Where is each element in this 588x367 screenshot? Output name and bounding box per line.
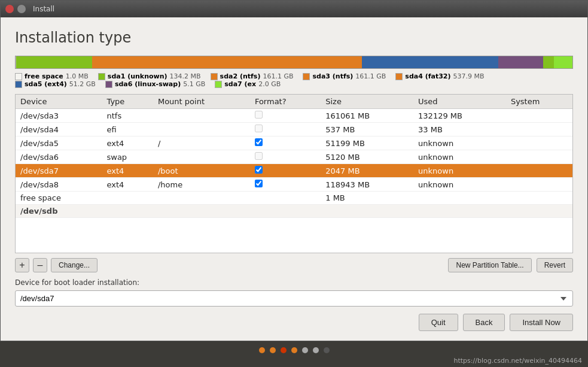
legend-name-sda4: sda4 (fat32): [405, 72, 450, 80]
format-cell[interactable]: [250, 137, 321, 150]
add-partition-button[interactable]: +: [15, 258, 29, 272]
progress-dots: [259, 341, 330, 357]
legend-item-sda4: sda4 (fat32)537.9 MB: [395, 72, 484, 80]
legend-item-sda5: sda5 (ext4)51.2 GB: [15, 80, 96, 88]
device-cell: /dev/sdb: [16, 205, 102, 218]
legend-item-sda1: sda1 (unknown)134.2 MB: [98, 72, 201, 80]
mount-cell: [153, 150, 250, 164]
type-cell: ntfs: [102, 109, 153, 123]
system-cell: [506, 164, 572, 178]
remove-partition-button[interactable]: –: [33, 258, 47, 272]
progress-dot-1: [270, 347, 276, 353]
legend-name-sda5: sda5 (ext4): [25, 80, 67, 88]
bootloader-label: Device for boot loader installation:: [15, 278, 573, 287]
table-row[interactable]: /dev/sda8ext4/home118943 MBunknown: [16, 178, 572, 192]
used-cell: unknown: [413, 137, 506, 150]
type-cell: ext4: [102, 164, 153, 178]
partition-bar: [15, 56, 573, 69]
page-title: Installation type: [15, 29, 573, 46]
table-row[interactable]: /dev/sda6swap5120 MBunknown: [16, 150, 572, 164]
legend-item-sda3: sda3 (ntfs)161.1 GB: [303, 72, 386, 80]
legend-item-free: free space1.0 MB: [15, 72, 89, 80]
partition-table-wrapper[interactable]: DeviceTypeMount pointFormat?SizeUsedSyst…: [15, 94, 573, 253]
format-cell[interactable]: [250, 109, 321, 123]
footer-buttons: Quit Back Install Now: [15, 314, 573, 331]
progress-dot-2: [281, 347, 287, 353]
legend-item-sda6: sda6 (linux-swap)5.1 GB: [105, 80, 205, 88]
format-cell[interactable]: [250, 164, 321, 178]
device-cell: /dev/sda3: [16, 109, 102, 123]
legend-item-sda2: sda2 (ntfs)161.1 GB: [211, 72, 294, 80]
legend-item-sda7: sda7 (ex2.0 GB: [215, 80, 281, 88]
bootloader-select[interactable]: /dev/sda7/dev/sda/dev/sdb: [15, 290, 573, 307]
mount-cell: [153, 109, 250, 123]
used-cell: unknown: [413, 164, 506, 178]
size-cell: 161061 MB: [321, 109, 413, 123]
type-cell: ext4: [102, 137, 153, 150]
format-cell[interactable]: [250, 178, 321, 192]
used-cell: unknown: [413, 178, 506, 192]
table-row[interactable]: /dev/sda7ext4/boot2047 MBunknown: [16, 164, 572, 178]
type-cell: [102, 192, 153, 205]
system-cell: [506, 123, 572, 137]
col-header-format: Format?: [250, 95, 321, 109]
new-partition-table-button[interactable]: New Partition Table...: [448, 258, 531, 272]
progress-dot-6: [324, 347, 330, 353]
quit-button[interactable]: Quit: [419, 314, 458, 331]
col-header-mount-point: Mount point: [153, 95, 250, 109]
used-cell: [413, 192, 506, 205]
size-cell: [321, 205, 413, 218]
legend-size-sda7: 2.0 GB: [258, 80, 281, 88]
type-cell: efi: [102, 123, 153, 137]
close-button[interactable]: [5, 5, 14, 13]
progress-dot-3: [291, 347, 297, 353]
change-partition-button[interactable]: Change...: [51, 258, 98, 272]
format-cell[interactable]: [250, 205, 321, 218]
device-cell: /dev/sda6: [16, 150, 102, 164]
size-cell: 2047 MB: [321, 164, 413, 178]
format-cell[interactable]: [250, 150, 321, 164]
main-window: Install Installation type free space1.0 …: [0, 0, 588, 341]
used-cell: 132129 MB: [413, 109, 506, 123]
legend-name-free: free space: [25, 72, 63, 80]
mount-cell: /: [153, 137, 250, 150]
back-button[interactable]: Back: [463, 314, 505, 331]
mount-cell: /boot: [153, 164, 250, 178]
size-cell: 51199 MB: [321, 137, 413, 150]
table-row[interactable]: /dev/sda4efi537 MB33 MB: [16, 123, 572, 137]
device-cell: /dev/sda7: [16, 164, 102, 178]
legend-name-sda7: sda7 (ex: [224, 80, 256, 88]
legend-size-sda4: 537.9 MB: [453, 72, 485, 80]
legend-size-sda2: 161.1 GB: [263, 72, 293, 80]
partition-legend: free space1.0 MBsda1 (unknown)134.2 MBsd…: [15, 72, 573, 88]
used-cell: unknown: [413, 150, 506, 164]
size-cell: 1 MB: [321, 192, 413, 205]
system-cell: [506, 150, 572, 164]
device-cell: /dev/sda5: [16, 137, 102, 150]
mount-cell: /home: [153, 178, 250, 192]
legend-size-sda1: 134.2 MB: [170, 72, 201, 80]
col-header-system: System: [506, 95, 572, 109]
used-cell: [413, 205, 506, 218]
format-cell[interactable]: [250, 192, 321, 205]
table-row[interactable]: /dev/sdb: [16, 205, 572, 218]
partition-controls: + – Change... New Partition Table... Rev…: [15, 258, 573, 272]
install-now-button[interactable]: Install Now: [510, 314, 573, 331]
format-cell[interactable]: [250, 123, 321, 137]
progress-dot-0: [259, 347, 265, 353]
minimize-button[interactable]: [17, 5, 26, 13]
legend-size-free: 1.0 MB: [66, 72, 89, 80]
table-row[interactable]: /dev/sda3ntfs161061 MB132129 MB: [16, 109, 572, 123]
table-row[interactable]: /dev/sda5ext4/51199 MBunknown: [16, 137, 572, 150]
type-cell: swap: [102, 150, 153, 164]
device-cell: /dev/sda8: [16, 178, 102, 192]
legend-size-sda5: 51.2 GB: [69, 80, 96, 88]
legend-name-sda1: sda1 (unknown): [108, 72, 167, 80]
type-cell: ext4: [102, 178, 153, 192]
progress-dot-4: [302, 347, 308, 353]
device-cell: /dev/sda4: [16, 123, 102, 137]
system-cell: [506, 109, 572, 123]
table-row[interactable]: free space1 MB: [16, 192, 572, 205]
revert-button[interactable]: Revert: [537, 258, 573, 272]
device-cell: free space: [16, 192, 102, 205]
